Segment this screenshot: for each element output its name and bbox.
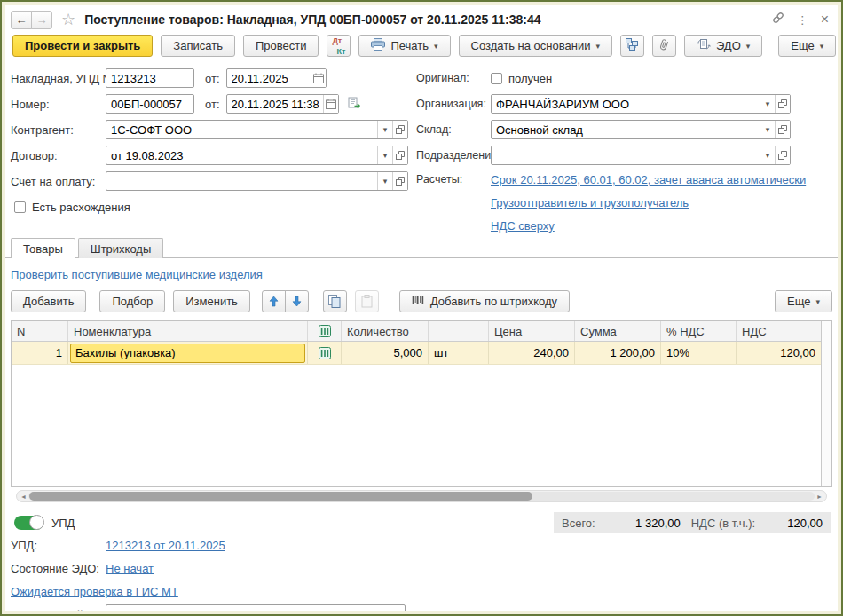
calendar-button[interactable] [323,95,338,113]
header-unit[interactable] [429,321,489,341]
open-button[interactable] [775,95,790,113]
cell-nomenclature[interactable]: Бахилы (упаковка) [68,342,308,364]
upd-document-link[interactable]: 1213213 от 20.11.2025 [106,539,225,552]
open-button[interactable] [775,146,790,164]
table-header-row: N Номенклатура Количество Цена Сумма % Н… [12,321,821,342]
cell-sum[interactable]: 1 200,00 [575,342,661,364]
add-by-barcode-button[interactable]: Добавить по штрихкоду [399,290,570,312]
header-nomenclature[interactable]: Номенклатура [68,321,308,341]
get-link-icon[interactable] [772,12,784,28]
forward-button[interactable]: → [31,11,52,29]
open-button[interactable] [392,172,407,190]
invoice-date-field [226,68,327,88]
scroll-left-icon[interactable]: ◄ [19,494,28,500]
command-toolbar: Провести и закрыть Записать Провести ДтК… [5,32,838,63]
discrepancies-checkbox[interactable] [14,201,26,213]
header-fields: Накладная, УПД №: от: Номер: от: [5,63,838,237]
upd-toggle[interactable] [14,516,43,530]
edit-button[interactable]: Изменить [173,290,250,312]
tab-barcodes[interactable]: Штрихкоды [78,238,164,258]
document-datetime-field [226,94,339,114]
cell-quantity[interactable]: 5,000 [342,342,429,364]
dropdown-button[interactable]: ▾ [760,95,775,113]
open-button[interactable] [775,121,790,138]
header-price[interactable]: Цена [489,321,575,341]
caret-down-icon: ▾ [766,99,770,108]
open-button[interactable] [392,121,407,138]
print-button[interactable]: Печать▾ [358,35,450,57]
open-button[interactable] [392,146,407,164]
paste-row-button[interactable] [355,290,379,312]
edo-button[interactable]: ЭДО▾ [684,35,762,57]
create-based-on-button[interactable]: Создать на основании▾ [459,35,612,57]
kebab-menu-icon[interactable]: ⋮ [797,13,808,27]
vertical-scrollbar[interactable] [821,321,831,486]
header-n[interactable]: N [12,321,68,341]
document-datetime-input[interactable] [227,95,323,113]
cell-vat-rate[interactable]: 10% [661,342,737,364]
calendar-button[interactable] [311,69,326,87]
header-marking[interactable] [308,321,342,341]
more-button[interactable]: Еще▾ [778,35,836,57]
open-icon [778,125,787,134]
dropdown-button[interactable]: ▾ [377,172,392,190]
dtkt-button[interactable]: ДтКт [327,35,351,57]
cell-vat[interactable]: 120,00 [737,342,821,364]
save-button[interactable]: Записать [161,35,235,57]
scrollbar-track[interactable] [28,492,815,501]
scroll-right-icon[interactable]: ► [815,494,824,500]
post-button[interactable]: Провести [243,35,319,57]
table-row[interactable]: 1 Бахилы (упаковка) 5,000 шт 240,00 1 20… [12,342,821,365]
copy-row-button[interactable] [323,290,347,312]
goods-more-button[interactable]: Еще▾ [775,290,832,312]
original-checkbox[interactable] [491,73,502,84]
number-input[interactable] [106,94,194,114]
cell-price[interactable]: 240,00 [489,342,575,364]
contract-input[interactable] [106,146,377,164]
move-up-button[interactable] [262,290,286,312]
dropdown-button[interactable]: ▾ [377,146,392,164]
cell-marking[interactable] [308,342,342,364]
favorite-star-icon[interactable]: ☆ [61,12,75,28]
invoice-no-input[interactable] [106,68,194,88]
invoice-date-input[interactable] [227,69,311,87]
counterparty-input[interactable] [106,121,377,138]
attachments-button[interactable] [652,35,676,57]
warehouse-input[interactable] [492,121,760,138]
dropdown-button[interactable]: ▾ [760,146,775,164]
cell-n[interactable]: 1 [12,342,68,364]
contract-row: Договор: ▾ [11,146,408,165]
back-button[interactable]: ← [11,11,32,29]
department-input[interactable] [492,146,760,164]
cell-unit[interactable]: шт [429,342,489,364]
close-icon[interactable]: × [821,12,829,28]
open-icon [778,151,787,160]
tab-goods[interactable]: Товары [11,238,75,258]
settlements-terms-link[interactable]: Срок 20.11.2025, 60.01, 60.02, зачет ава… [491,173,806,186]
printer-icon [371,38,385,53]
set-number-icon[interactable] [348,97,362,112]
header-vat-rate[interactable]: % НДС [661,321,737,341]
edo-state-link[interactable]: Не начат [106,562,154,575]
consignor-consignee-link[interactable]: Грузоотправитель и грузополучатель [491,196,806,209]
header-vat[interactable]: НДС [737,321,821,341]
header-quantity[interactable]: Количество [342,321,429,341]
caret-down-icon: ▾ [820,42,824,51]
move-down-button[interactable] [285,290,309,312]
gis-mt-check-link[interactable]: Ожидается проверка в ГИС МТ [11,585,178,598]
selected-cell[interactable]: Бахилы (упаковка) [70,344,305,363]
header-sum[interactable]: Сумма [575,321,661,341]
scrollbar-thumb[interactable] [29,492,532,501]
horizontal-scrollbar[interactable]: ◄ ► [16,490,827,502]
check-medical-goods-link[interactable]: Проверить поступившие медицинские издели… [11,268,263,281]
comment-input[interactable] [106,604,406,611]
vat-on-top-link[interactable]: НДС сверху [491,219,806,233]
payment-invoice-input[interactable] [106,172,377,190]
post-and-close-button[interactable]: Провести и закрыть [12,35,153,57]
organization-input[interactable] [492,95,760,113]
dropdown-button[interactable]: ▾ [377,121,392,138]
dropdown-button[interactable]: ▾ [760,121,775,138]
add-row-button[interactable]: Добавить [11,290,86,312]
related-documents-button[interactable] [620,35,644,57]
pick-button[interactable]: Подбор [99,290,165,312]
